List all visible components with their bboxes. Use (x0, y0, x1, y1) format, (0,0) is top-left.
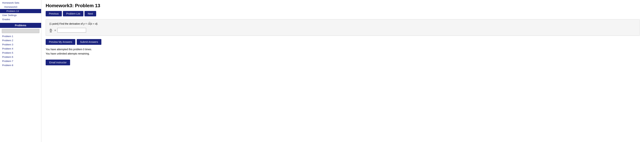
sidebar-item-problem4[interactable]: Problem 4 (0, 47, 41, 51)
nav-buttons: Previous Problem List Next (46, 11, 640, 16)
problem-box: (1 point) Find the derivative of y = √x(… (46, 19, 640, 36)
sidebar: Homework Sets Homework3 Problem 13 User … (0, 0, 41, 142)
main-content: Homework3: Problem 13 Previous Problem L… (41, 0, 644, 142)
sidebar-item-problem3[interactable]: Problem 3 (0, 43, 41, 47)
page-title: Homework3: Problem 13 (46, 3, 640, 9)
problems-section-header: Problems (0, 23, 41, 28)
email-instructor-button[interactable]: Email instructor (46, 60, 70, 65)
fraction-numerator: dy (50, 28, 52, 31)
sidebar-item-homework-sets[interactable]: Homework Sets (0, 1, 41, 5)
dy-dx-fraction: dy dx (50, 28, 52, 33)
sidebar-search-input[interactable] (2, 29, 39, 33)
fraction-denominator: dx (50, 31, 52, 33)
problem-instruction: Find the derivative of y = (59, 22, 88, 25)
sidebar-item-user-settings[interactable]: User Settings (0, 13, 41, 17)
sidebar-item-grades[interactable]: Grades (0, 17, 41, 22)
attempt-line1: You have attempted this problem 0 times. (46, 47, 640, 52)
attempt-line2: You have unlimited attempts remaining. (46, 52, 640, 56)
sidebar-item-problem2[interactable]: Problem 2 (0, 38, 41, 43)
problem-list-button[interactable]: Problem List (63, 11, 84, 16)
preview-answers-button[interactable]: Preview My Answers (46, 39, 75, 45)
problem-statement: (1 point) Find the derivative of y = √x(… (50, 22, 636, 25)
equals-sign: = (54, 29, 56, 32)
sidebar-item-problem5[interactable]: Problem 5 (0, 51, 41, 55)
attempt-info: You have attempted this problem 0 times.… (46, 47, 640, 56)
sidebar-item-problem8[interactable]: Problem 8 (0, 63, 41, 67)
answer-row: dy dx = (50, 28, 636, 33)
previous-button[interactable]: Previous (46, 11, 62, 16)
sidebar-item-problem6[interactable]: Problem 6 (0, 55, 41, 59)
problem-equation: √x(x + 4). (88, 22, 98, 25)
sidebar-item-problem13[interactable]: Problem 13 (0, 9, 41, 13)
sidebar-search-container (0, 28, 41, 34)
next-button[interactable]: Next (84, 11, 96, 16)
sidebar-item-problem7[interactable]: Problem 7 (0, 59, 41, 63)
derivative-fraction: dy dx (50, 28, 53, 33)
answer-input[interactable] (57, 28, 86, 33)
submit-answers-button[interactable]: Submit Answers (77, 39, 101, 45)
sidebar-item-problem1[interactable]: Problem 1 (0, 34, 41, 38)
action-buttons: Preview My Answers Submit Answers (46, 39, 640, 45)
problem-points: (1 point) (50, 22, 58, 25)
sidebar-item-homework3[interactable]: Homework3 (0, 5, 41, 9)
